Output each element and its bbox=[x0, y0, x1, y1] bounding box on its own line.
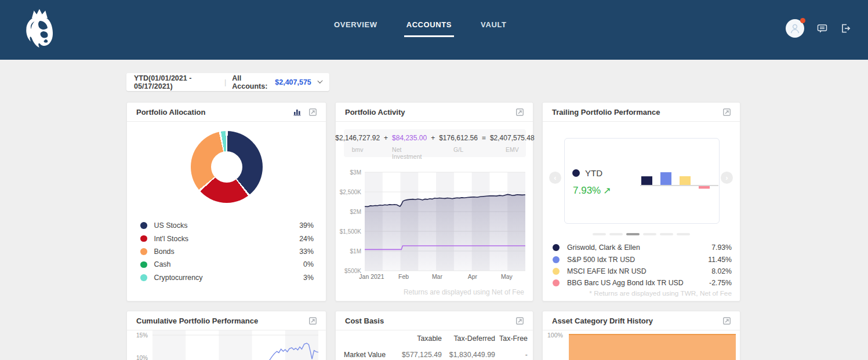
nav-right-icons bbox=[786, 19, 851, 38]
series-value: 3% bbox=[303, 274, 314, 282]
svg-text:Jan 2021: Jan 2021 bbox=[359, 273, 384, 280]
legend-item: Cash 0% bbox=[140, 258, 314, 271]
chevron-down-icon[interactable] bbox=[317, 78, 322, 83]
card-title: Trailing Portfolio Performance bbox=[552, 108, 660, 117]
series-color-dot bbox=[140, 274, 147, 281]
series-color-dot bbox=[553, 256, 560, 263]
equals-operator: = bbox=[482, 134, 486, 142]
svg-text:$2,500K: $2,500K bbox=[340, 189, 362, 195]
series-label: MSCI EAFE Idx NR USD bbox=[567, 267, 647, 275]
main-tabs: OVERVIEW ACCOUNTS VAULT bbox=[334, 20, 507, 37]
tab-overview[interactable]: OVERVIEW bbox=[334, 20, 377, 37]
cell-value: - bbox=[487, 351, 528, 359]
plus-operator: + bbox=[384, 134, 388, 142]
svg-text:$1M: $1M bbox=[350, 248, 361, 254]
user-avatar[interactable] bbox=[786, 19, 804, 38]
legend-item: Bonds 33% bbox=[140, 245, 314, 258]
tab-accounts[interactable]: ACCOUNTS bbox=[406, 20, 452, 37]
expand-icon[interactable] bbox=[723, 317, 731, 325]
notification-dot bbox=[800, 18, 805, 23]
cost-basis-card: Cost Basis Taxable Tax-Deferred Tax-Free… bbox=[335, 311, 533, 360]
pagination-dash[interactable] bbox=[660, 233, 673, 235]
expand-icon[interactable] bbox=[309, 108, 317, 116]
dashboard-page: OVERVIEW ACCOUNTS VAULT bbox=[0, 0, 868, 360]
portfolio-activity-chart: $3M$2,500K$2M$1,500K$1M$500KJan 2021FebM… bbox=[339, 168, 532, 282]
series-label: Bonds bbox=[154, 248, 175, 256]
expand-icon[interactable] bbox=[723, 108, 731, 116]
emv-label: EMV bbox=[506, 146, 519, 153]
card-header: Trailing Portfolio Performance bbox=[543, 103, 740, 122]
expand-icon[interactable] bbox=[516, 108, 524, 116]
accounts-total-value[interactable]: $2,407,575 bbox=[275, 78, 311, 86]
accounts-label: All Accounts: bbox=[232, 74, 272, 90]
expand-icon[interactable] bbox=[516, 317, 524, 325]
slide-return-value: 7.93%↗ bbox=[573, 185, 611, 197]
bar-chart-toggle-icon[interactable] bbox=[293, 108, 301, 116]
plus-operator: + bbox=[431, 134, 435, 142]
svg-text:$2M: $2M bbox=[350, 209, 361, 215]
gain-loss-label: G/L bbox=[453, 146, 463, 153]
lion-crest-logo[interactable] bbox=[21, 6, 56, 54]
legend-item: Int'l Stocks 24% bbox=[140, 232, 314, 245]
pagination-dash[interactable] bbox=[626, 233, 640, 235]
chat-icon[interactable] bbox=[817, 24, 827, 34]
top-nav: OVERVIEW ACCOUNTS VAULT bbox=[0, 0, 868, 60]
series-color-dot bbox=[140, 235, 147, 242]
series-color-dot bbox=[553, 268, 560, 275]
pagination-dash[interactable] bbox=[677, 233, 690, 235]
legend-item: US Stocks 39% bbox=[140, 219, 314, 232]
card-title: Cumulative Portfolio Performance bbox=[136, 317, 258, 325]
trailing-footnote: * Returns are displayed using TWR, Net o… bbox=[589, 289, 732, 297]
bmv-label: bmv bbox=[352, 146, 364, 153]
cost-basis-header-row: Taxable Tax-Deferred Tax-Free bbox=[336, 334, 533, 344]
pagination-dash[interactable] bbox=[609, 233, 623, 235]
pagination-dash[interactable] bbox=[643, 233, 656, 235]
expand-icon[interactable] bbox=[309, 317, 317, 325]
svg-text:$3M: $3M bbox=[350, 169, 361, 176]
carousel-next-button[interactable]: › bbox=[721, 172, 733, 184]
table-row: Market Value $577,125.49 $1,830,449.99 - bbox=[336, 351, 533, 360]
series-value: 39% bbox=[299, 221, 314, 230]
portfolio-activity-card: Portfolio Activity $2,146,727.92 bmv + $… bbox=[335, 102, 533, 301]
card-header: Asset Category Drift History bbox=[543, 311, 740, 330]
tab-vault[interactable]: VAULT bbox=[481, 20, 506, 37]
card-title: Portfolio Activity bbox=[345, 108, 405, 117]
series-value: 7.93% bbox=[711, 243, 732, 252]
bmv-value: $2,146,727.92 bbox=[335, 134, 380, 142]
cumulative-performance-chart: 15%10% bbox=[127, 330, 327, 360]
cumulative-performance-card: Cumulative Portfolio Performance 15%10% bbox=[126, 311, 326, 360]
series-value: 11.45% bbox=[708, 256, 732, 264]
series-label: Griswold, Clark & Ellen bbox=[567, 243, 640, 252]
legend-item: Griswold, Clark & Ellen 7.93% bbox=[553, 242, 732, 253]
emv-value: $2,407,575.48 bbox=[490, 134, 535, 142]
logout-icon[interactable] bbox=[840, 23, 851, 34]
svg-text:10%: 10% bbox=[136, 355, 148, 360]
activity-footnote: Returns are displayed using Net of Fee bbox=[404, 288, 524, 296]
series-color-dot bbox=[140, 261, 147, 268]
series-color-dot bbox=[140, 248, 147, 255]
svg-text:May: May bbox=[501, 273, 513, 280]
column-header: Tax-Free bbox=[487, 334, 528, 343]
carousel-prev-button[interactable]: ‹ bbox=[549, 172, 561, 184]
up-trend-arrow-icon: ↗ bbox=[603, 186, 611, 195]
filter-divider: | bbox=[224, 78, 226, 86]
svg-text:15%: 15% bbox=[136, 332, 148, 339]
series-label: Cash bbox=[154, 260, 171, 268]
net-investment-label: Net Investment bbox=[392, 146, 427, 160]
series-value: 8.02% bbox=[711, 267, 732, 275]
svg-text:Feb: Feb bbox=[398, 273, 409, 280]
series-value: 24% bbox=[299, 235, 314, 243]
series-value: 0% bbox=[303, 260, 314, 268]
trailing-performance-card: Trailing Portfolio Performance ‹ YTD 7.9… bbox=[542, 102, 740, 301]
asset-drift-card: Asset Category Drift History 100% bbox=[542, 311, 740, 360]
legend-item: BBG Barc US Agg Bond Idx TR USD -2.75% bbox=[553, 277, 732, 289]
portfolio-series-dot bbox=[572, 169, 580, 177]
series-color-dot bbox=[140, 222, 147, 229]
legend-item: MSCI EAFE Idx NR USD 8.02% bbox=[553, 266, 732, 277]
card-header: Cumulative Portfolio Performance bbox=[127, 311, 326, 330]
pagination-dash[interactable] bbox=[593, 233, 606, 235]
series-color-dot bbox=[553, 244, 560, 251]
period-selector[interactable]: YTD(01/01/2021 - 05/17/2021) bbox=[134, 74, 219, 90]
legend-item: S&P 500 Idx TR USD 11.45% bbox=[553, 253, 732, 265]
series-label: Cryptocurrency bbox=[154, 274, 203, 282]
